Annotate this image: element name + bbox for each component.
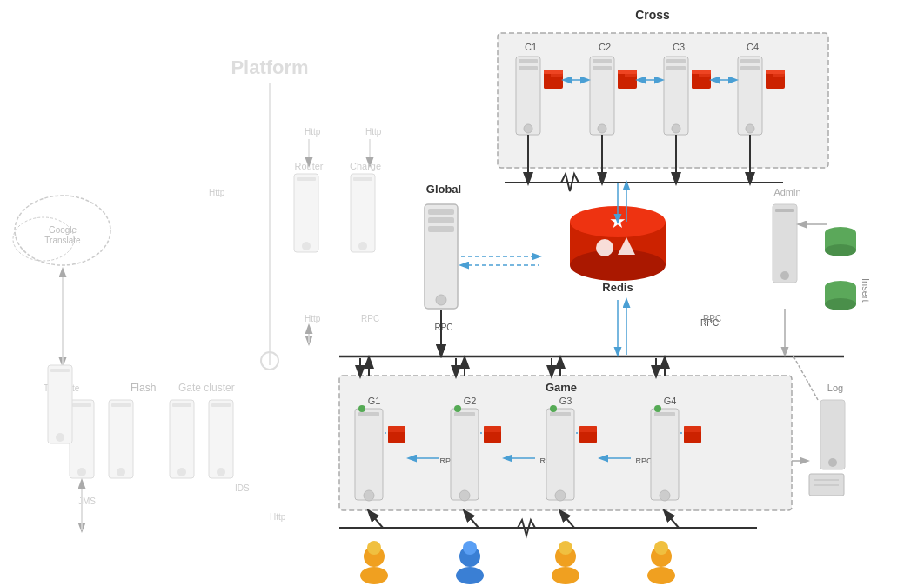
svg-rect-102 [484, 426, 501, 432]
svg-text:Http: Http [305, 127, 321, 137]
svg-text:Google: Google [49, 225, 77, 235]
svg-point-100 [459, 490, 470, 501]
platform-label: Platform [231, 57, 308, 78]
svg-text:G1: G1 [368, 396, 381, 406]
svg-text:RPC: RPC [703, 314, 721, 323]
svg-rect-18 [618, 70, 637, 74]
svg-point-142 [456, 567, 484, 584]
svg-point-32 [746, 124, 754, 133]
svg-rect-13 [593, 66, 612, 70]
svg-point-179 [77, 468, 86, 476]
flash-server-1 [70, 400, 94, 478]
svg-rect-163 [294, 174, 318, 252]
svg-rect-49 [428, 226, 454, 232]
svg-rect-174 [209, 400, 233, 478]
user-4 [647, 541, 675, 584]
svg-text:RPC: RPC [635, 456, 653, 465]
svg-rect-172 [172, 403, 191, 407]
flash-server-2 [109, 400, 133, 478]
global-label: Global [426, 183, 461, 196]
gate-cluster-label: Gate cluster [178, 382, 235, 394]
svg-rect-178 [72, 403, 91, 407]
svg-text:Http: Http [209, 188, 225, 197]
svg-point-146 [559, 541, 572, 555]
svg-rect-89 [358, 412, 379, 416]
svg-text:C1: C1 [525, 42, 537, 52]
svg-rect-93 [388, 426, 405, 432]
svg-text:C2: C2 [599, 42, 611, 52]
svg-rect-27 [692, 70, 711, 74]
svg-text:C4: C4 [747, 42, 759, 52]
svg-rect-31 [740, 66, 760, 70]
svg-rect-97 [451, 409, 479, 500]
svg-line-196 [793, 356, 818, 400]
svg-rect-192 [50, 369, 70, 372]
svg-rect-98 [454, 412, 475, 416]
svg-rect-21 [666, 59, 686, 63]
svg-point-145 [552, 567, 579, 584]
svg-rect-175 [211, 403, 231, 407]
svg-rect-164 [297, 177, 316, 181]
redis-label: Redis [602, 281, 633, 294]
svg-text:G3: G3 [559, 396, 572, 406]
svg-text:MySql: MySql [831, 255, 850, 263]
svg-text:Http: Http [365, 127, 382, 137]
svg-point-81 [828, 458, 837, 467]
jms-label: JMS [78, 496, 96, 506]
svg-rect-116 [654, 412, 675, 416]
svg-rect-180 [109, 400, 133, 478]
svg-rect-167 [351, 174, 375, 252]
svg-point-149 [654, 541, 668, 555]
svg-text:IDS: IDS [235, 483, 250, 493]
svg-text:DW: DW [834, 309, 847, 316]
google-translate-cloud: Google Translate [13, 196, 110, 265]
svg-point-50 [436, 295, 446, 305]
svg-text:Charge: Charge [350, 161, 381, 171]
gate-server-2 [209, 400, 233, 478]
svg-rect-191 [48, 365, 72, 443]
svg-rect-68 [773, 204, 797, 283]
svg-line-137 [665, 511, 679, 528]
svg-text:Router: Router [294, 161, 323, 171]
svg-point-14 [598, 124, 606, 133]
svg-rect-177 [70, 400, 94, 478]
svg-text:Http: Http [270, 512, 286, 522]
svg-point-140 [367, 541, 381, 555]
svg-rect-12 [593, 59, 612, 63]
svg-text:G4: G4 [664, 396, 677, 406]
svg-rect-120 [684, 426, 701, 432]
charge-server: Charge [350, 161, 381, 252]
svg-point-61 [596, 239, 613, 256]
svg-point-23 [672, 124, 680, 133]
svg-text:Http: Http [305, 314, 321, 323]
svg-rect-69 [775, 209, 794, 212]
svg-line-136 [560, 511, 574, 528]
cross-label: Cross [635, 8, 670, 22]
svg-point-118 [660, 490, 670, 501]
svg-rect-0 [498, 33, 828, 168]
svg-line-135 [465, 511, 479, 528]
mysql-icon: MySql [825, 227, 856, 263]
svg-point-91 [364, 490, 374, 501]
svg-point-148 [647, 567, 675, 584]
svg-rect-30 [740, 59, 760, 63]
svg-rect-9 [544, 70, 563, 74]
log-label: Log [827, 383, 843, 393]
user-1 [360, 541, 388, 584]
svg-rect-171 [170, 400, 194, 478]
svg-text:G2: G2 [464, 396, 477, 406]
svg-line-134 [369, 511, 383, 528]
svg-rect-115 [651, 409, 679, 500]
admin-label: Admin [773, 187, 800, 197]
svg-point-139 [360, 567, 388, 584]
svg-point-90 [358, 405, 365, 412]
svg-rect-48 [428, 217, 454, 223]
gate-server-1 [170, 400, 194, 478]
svg-rect-47 [428, 209, 454, 215]
svg-point-193 [56, 433, 64, 442]
svg-point-176 [217, 468, 225, 476]
router-server: Router [294, 161, 324, 252]
translate-server [48, 365, 72, 443]
svg-rect-168 [353, 177, 372, 181]
svg-point-165 [302, 242, 311, 250]
